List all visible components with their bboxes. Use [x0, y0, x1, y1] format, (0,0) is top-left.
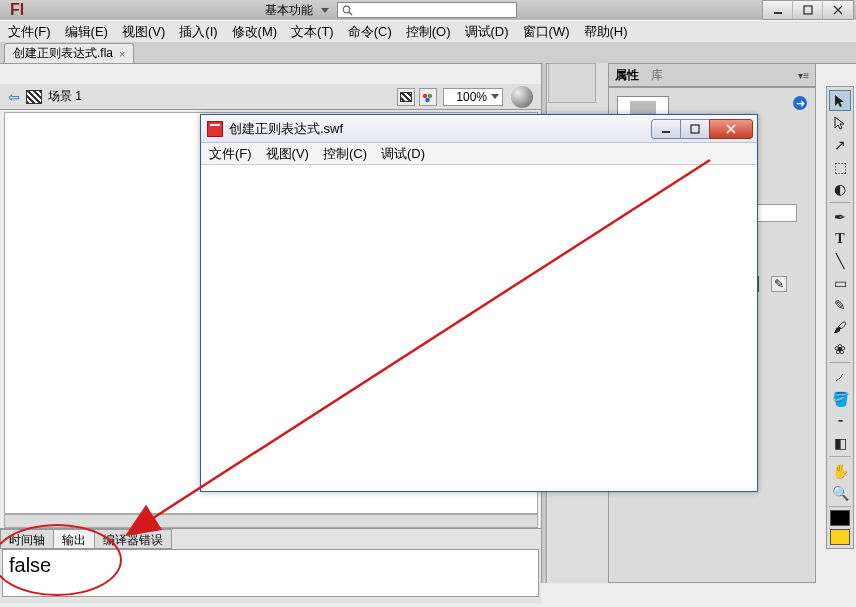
flash-logo: Fl — [0, 1, 24, 19]
output-text-area[interactable]: false — [2, 549, 539, 597]
edit-scene-button[interactable] — [397, 88, 415, 106]
3d-rotation-tool[interactable]: ⬚ — [829, 156, 851, 177]
search-icon — [342, 5, 353, 16]
stroke-color-swatch[interactable] — [830, 510, 850, 526]
collapsed-panel-icon[interactable] — [548, 63, 596, 103]
pencil-tool[interactable]: ✎ — [829, 294, 851, 315]
pen-tool[interactable]: ✒ — [829, 206, 851, 227]
main-menu-bar: 文件(F) 编辑(E) 视图(V) 插入(I) 修改(M) 文本(T) 命令(C… — [0, 20, 856, 42]
brush-tool[interactable]: 🖌 — [829, 316, 851, 337]
line-tool[interactable]: ╲ — [829, 250, 851, 271]
dropdown-icon[interactable] — [321, 8, 329, 13]
selection-tool[interactable] — [829, 90, 851, 111]
swf-stage[interactable] — [201, 165, 757, 491]
edit-symbols-button[interactable] — [419, 88, 437, 106]
subselection-tool[interactable] — [829, 112, 851, 133]
minimize-button[interactable] — [763, 1, 793, 19]
scene-name-label: 场景 1 — [48, 88, 82, 105]
swf-menu-file[interactable]: 文件(F) — [209, 145, 252, 163]
menu-insert[interactable]: 插入(I) — [179, 23, 217, 41]
deco-tool[interactable]: ❀ — [829, 338, 851, 359]
tab-library[interactable]: 库 — [651, 67, 663, 84]
bottom-panel: 时间轴 输出 编译器错误 false — [0, 528, 541, 603]
menu-help[interactable]: 帮助(H) — [584, 23, 628, 41]
tab-compiler-errors[interactable]: 编译器错误 — [94, 529, 172, 549]
close-button[interactable] — [823, 1, 853, 19]
color-picker-button[interactable] — [511, 86, 533, 108]
bone-tool[interactable]: ⟋ — [829, 366, 851, 387]
menu-file[interactable]: 文件(F) — [8, 23, 51, 41]
svg-point-7 — [428, 93, 432, 97]
svg-rect-9 — [662, 131, 670, 133]
app-title-bar: Fl 基本功能 — [0, 0, 856, 20]
free-transform-tool[interactable]: ↗ — [829, 134, 851, 155]
menu-commands[interactable]: 命令(C) — [348, 23, 392, 41]
bottom-tab-bar: 时间轴 输出 编译器错误 — [0, 529, 541, 549]
pencil-icon[interactable]: ✎ — [771, 276, 787, 292]
scene-back-arrow-icon[interactable]: ⇦ — [8, 89, 20, 105]
document-tab-label: 创建正则表达式.fla — [13, 45, 113, 62]
eraser-tool[interactable]: ◧ — [829, 432, 851, 453]
swf-title-bar[interactable]: 创建正则表达式.swf — [201, 115, 757, 143]
tab-close-icon[interactable]: × — [119, 48, 125, 60]
swf-menu-view[interactable]: 视图(V) — [266, 145, 309, 163]
menu-debug[interactable]: 调试(D) — [465, 23, 509, 41]
menu-text[interactable]: 文本(T) — [291, 23, 334, 41]
svg-line-1 — [349, 12, 352, 15]
svg-rect-3 — [804, 6, 812, 14]
svg-point-6 — [423, 93, 427, 97]
swf-player-window[interactable]: 创建正则表达式.swf 文件(F) 视图(V) 控制(C) 调试(D) — [200, 114, 758, 492]
menu-view[interactable]: 视图(V) — [122, 23, 165, 41]
svg-point-8 — [425, 97, 429, 101]
svg-rect-10 — [691, 125, 699, 133]
output-content: false — [9, 554, 51, 576]
text-tool[interactable]: T — [829, 228, 851, 249]
panel-tab-bar: 属性 库 ▾≡ — [608, 63, 816, 87]
hand-tool[interactable]: ✋ — [829, 460, 851, 481]
swf-minimize-button[interactable] — [651, 119, 681, 139]
tab-properties[interactable]: 属性 — [615, 67, 639, 84]
rectangle-tool[interactable]: ▭ — [829, 272, 851, 293]
zoom-tool[interactable]: 🔍 — [829, 482, 851, 503]
swf-window-controls — [652, 119, 753, 139]
paint-bucket-tool[interactable]: 🪣 — [829, 388, 851, 409]
tab-timeline[interactable]: 时间轴 — [0, 529, 54, 549]
menu-control[interactable]: 控制(O) — [406, 23, 451, 41]
window-controls — [762, 0, 854, 20]
lasso-tool[interactable]: ◐ — [829, 178, 851, 199]
swf-maximize-button[interactable] — [680, 119, 710, 139]
swf-window-title: 创建正则表达式.swf — [229, 120, 652, 138]
dropdown-icon[interactable] — [491, 94, 499, 99]
menu-modify[interactable]: 修改(M) — [232, 23, 278, 41]
workspace-switcher[interactable]: 基本功能 — [265, 2, 313, 19]
document-tab[interactable]: 创建正则表达式.fla × — [4, 43, 134, 63]
document-tab-bar: 创建正则表达式.fla × — [0, 42, 856, 64]
menu-edit[interactable]: 编辑(E) — [65, 23, 108, 41]
svg-rect-2 — [774, 12, 782, 14]
swf-close-button[interactable] — [709, 119, 753, 139]
fill-color-swatch[interactable] — [830, 529, 850, 545]
eyedropper-tool[interactable]: ⁃ — [829, 410, 851, 431]
tab-output[interactable]: 输出 — [53, 529, 95, 549]
menu-window[interactable]: 窗口(W) — [523, 23, 570, 41]
swf-menu-bar: 文件(F) 视图(V) 控制(C) 调试(D) — [201, 143, 757, 165]
scene-navigation-bar: ⇦ 场景 1 100% — [0, 84, 541, 110]
search-input[interactable] — [337, 2, 517, 18]
swf-menu-debug[interactable]: 调试(D) — [381, 145, 425, 163]
svg-point-0 — [343, 6, 350, 13]
horizontal-scrollbar[interactable] — [4, 514, 538, 528]
flash-file-icon — [207, 121, 223, 137]
tools-panel: ↗ ⬚ ◐ ✒ T ╲ ▭ ✎ 🖌 ❀ ⟋ 🪣 ⁃ ◧ ✋ 🔍 — [826, 86, 854, 549]
maximize-button[interactable] — [793, 1, 823, 19]
zoom-level-input[interactable]: 100% — [443, 88, 503, 106]
zoom-value: 100% — [456, 90, 487, 104]
panel-menu-icon[interactable]: ▾≡ — [798, 70, 809, 81]
swf-menu-control[interactable]: 控制(C) — [323, 145, 367, 163]
scene-icon — [26, 90, 42, 104]
info-icon[interactable]: ➜ — [793, 96, 807, 110]
